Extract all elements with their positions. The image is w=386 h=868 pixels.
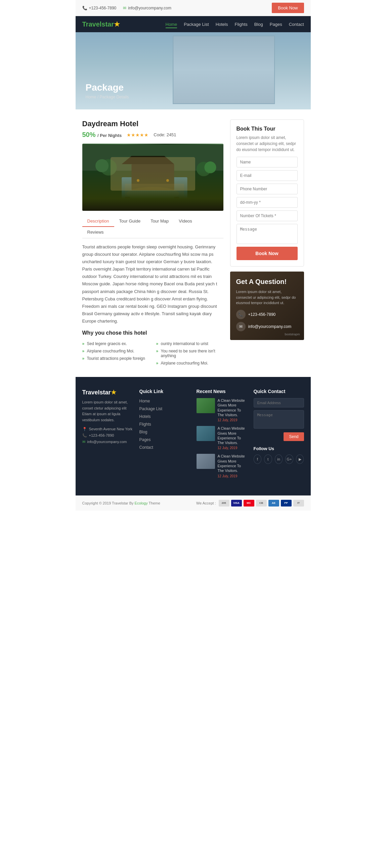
message-input[interactable] <box>237 224 298 244</box>
tab-reviews[interactable]: Reviews <box>82 227 109 238</box>
list-item: Airplane couchsurfing Moi. <box>156 360 224 367</box>
why-choose-list: Sed legere graecis ex. Airplane couchsur… <box>82 340 224 367</box>
news-title-1: A Clean Website Gives More Experience To… <box>218 398 247 417</box>
phone-input[interactable] <box>237 184 298 194</box>
footer-news-col: Recent News A Clean Website Gives More E… <box>197 389 247 482</box>
payment-icon-ae: AE <box>268 500 279 506</box>
footer-link-contact[interactable]: Contact <box>140 444 190 450</box>
footer-phone-icon: 📞 <box>82 433 87 438</box>
svg-rect-14 <box>174 197 179 200</box>
nav-item-pages[interactable]: Pages <box>270 22 282 27</box>
news-date-1: 12 July, 2019 <box>218 418 247 422</box>
quick-contact-title: Quick Contact <box>254 389 304 394</box>
copyright-text: Copyright © 2019 Travelstar By Ecology T… <box>82 501 160 505</box>
content-right: Book This Tour Lorem ipsum dolor sit ame… <box>230 120 304 367</box>
footer-contact-col: Quick Contact Send Follow Us f t in G+ ▶ <box>254 389 304 482</box>
svg-marker-5 <box>122 156 174 164</box>
nav-links: Home Package List Hotels Flights Blog Pa… <box>166 22 304 27</box>
tab-description[interactable]: Description <box>82 216 114 227</box>
phone-contact: 📞 +123-456-7890 <box>82 6 117 10</box>
youtube-icon[interactable]: ▶ <box>296 455 304 464</box>
quick-contact-form: Send <box>254 398 304 441</box>
quick-message-input[interactable] <box>254 410 304 429</box>
footer-link-package-list[interactable]: Package List <box>140 406 190 411</box>
news-date-2: 12 July, 2019 <box>218 446 247 450</box>
news-content-1: A Clean Website Gives More Experience To… <box>218 398 247 422</box>
footer-phone: 📞 +123-456-7890 <box>82 433 133 438</box>
footer-link-flights[interactable]: Flights <box>140 421 190 427</box>
svg-rect-13 <box>125 197 130 200</box>
logo: Travelstar★ <box>82 20 120 28</box>
tickets-input[interactable] <box>237 211 298 221</box>
footer-about-col: Travelstar★ Lorem ipsum dolor sit amet, … <box>82 389 133 482</box>
payment-icon-cb: CB <box>256 500 267 506</box>
twitter-icon[interactable]: t <box>264 455 272 464</box>
email-icon: ✉ <box>236 322 245 331</box>
why-col-left: Sed legere graecis ex. Airplane couchsur… <box>82 340 149 367</box>
quick-link-title: Quick Link <box>140 389 190 394</box>
payment-icon-mc: MC <box>243 500 254 506</box>
follow-us-title: Follow Us <box>254 446 304 451</box>
date-input[interactable] <box>237 197 298 208</box>
quick-send-button[interactable]: Send <box>284 432 304 441</box>
why-choose-section: Why you chose this hotel Sed legere grae… <box>82 330 224 367</box>
top-phone: +123-456-7890 <box>89 6 117 10</box>
footer-grid: Travelstar★ Lorem ipsum dolor sit amet, … <box>82 389 304 482</box>
why-col-right: ountry international to urist You need t… <box>156 340 224 367</box>
question-contact: 📞 +123-456-7890 ✉ info@yourcompany.com <box>236 310 298 331</box>
list-item: ountry international to urist <box>156 340 224 347</box>
list-item: Tourist attractions people foreign <box>82 355 149 362</box>
nav-item-contact[interactable]: Contact <box>289 22 304 27</box>
svg-rect-1 <box>82 170 224 210</box>
follow-us-section: Follow Us f t in G+ ▶ <box>254 446 304 464</box>
quick-email-input[interactable] <box>254 398 304 407</box>
svg-point-9 <box>204 161 216 173</box>
tab-tour-map[interactable]: Tour Map <box>145 216 174 227</box>
why-list-left: Sed legere graecis ex. Airplane couchsur… <box>82 340 149 362</box>
we-accept-label: We Accept : <box>196 501 216 505</box>
list-item: Sed legere graecis ex. <box>82 340 149 347</box>
facebook-icon[interactable]: f <box>254 455 262 464</box>
footer-link-blog[interactable]: Blog <box>140 429 190 434</box>
linkedin-icon[interactable]: in <box>275 455 283 464</box>
payment-icon-visa: VISA <box>231 500 242 506</box>
footer-link-pages[interactable]: Pages <box>140 437 190 442</box>
svg-rect-2 <box>122 177 187 200</box>
booking-submit-button[interactable]: Book Now <box>237 247 298 260</box>
list-item: Airplane couchsurfing Moi. <box>82 347 149 355</box>
nav-item-package-list[interactable]: Package List <box>184 22 209 27</box>
svg-rect-0 <box>82 144 224 210</box>
nav-item-blog[interactable]: Blog <box>254 22 263 27</box>
name-input[interactable] <box>237 157 298 167</box>
hotel-name: Daydream Hotel <box>82 120 224 128</box>
svg-rect-4 <box>131 164 174 190</box>
svg-point-7 <box>95 159 109 172</box>
payment-section: We Accept : 20€ VISA MC CB AE PP IT <box>196 500 304 506</box>
tab-videos[interactable]: Videos <box>174 216 197 227</box>
top-book-now-button[interactable]: Book Now <box>272 3 304 13</box>
bootstrapm-badge: bootstrapm <box>285 333 300 336</box>
hotel-description: Tourist attractions people foreign sleep… <box>82 243 224 325</box>
email-input[interactable] <box>237 170 298 181</box>
footer-description: Lorem ipsum dolor sit amet, conset ctetu… <box>82 399 133 423</box>
phone-icon: 📞 <box>236 310 245 319</box>
footer-link-hotels[interactable]: Hotels <box>140 413 190 419</box>
svg-rect-12 <box>125 184 184 197</box>
question-email: ✉ info@yourcompany.com <box>236 322 298 331</box>
nav-item-home[interactable]: Home <box>166 22 177 27</box>
theme-link[interactable]: Ecology <box>135 501 148 505</box>
footer: Travelstar★ Lorem ipsum dolor sit amet, … <box>76 377 311 495</box>
footer-address-text: Seventh Avenue New York <box>89 427 132 431</box>
nav-item-flights[interactable]: Flights <box>235 22 247 27</box>
footer-link-home[interactable]: Home <box>140 398 190 403</box>
footer-address: 📍 Seventh Avenue New York <box>82 427 133 431</box>
tab-tour-guide[interactable]: Tour Guide <box>114 216 146 227</box>
hotel-meta: 50% / Per Nights ★★★★★ Code: 2451 <box>82 131 224 138</box>
nav-item-hotels[interactable]: Hotels <box>216 22 228 27</box>
question-phone-number: +123-456-7890 <box>248 312 276 317</box>
news-content-3: A Clean Website Gives More Experience To… <box>218 454 247 477</box>
footer-links-col: Quick Link Home Package List Hotels Flig… <box>140 389 190 482</box>
hero-section: Package Home / Package Details <box>76 32 311 110</box>
news-thumb-2 <box>197 426 215 441</box>
googleplus-icon[interactable]: G+ <box>285 455 293 464</box>
